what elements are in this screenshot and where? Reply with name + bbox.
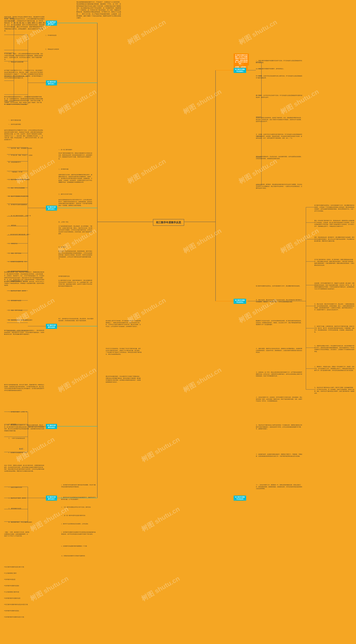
label-t6-b: 一、 某一某一教学年度学生是进行教学活动 xyxy=(61,515,85,516)
label-mid-6: 初中数学的教学总结 xyxy=(58,276,70,277)
label-t5-4: 4、 好的教学活动是教学是、尽力 xyxy=(8,452,27,454)
text-block-top: 每位老师都有独特的教学方式，不管多老了，在课堂这个小小的空间里，每位老师都以自己… xyxy=(76,1,121,19)
label-t3-4: 一、 一线的做法，学习和 xyxy=(8,171,22,173)
text-block-branch2: 由于掌握了对初中数学学习方式—一个很好的学习方法，我已经掌握了适合初中数学的学习… xyxy=(4,70,43,79)
label-t3-8: 五、初中数学学生教学是最精彩的 xyxy=(8,204,27,206)
bullet-7: 初三数学年度教学教学反思总年度五方面 xyxy=(4,604,28,606)
bullet-6: 初中数学教学年度教学反思 xyxy=(4,598,20,599)
text-block-m6: 以上数学思想方法为例，在数学课堂教学中，我们还需要培养学生良好的学习习惯和学习方… xyxy=(58,280,93,287)
bullet-9: 初中数学教学年度教学反思六方面 xyxy=(4,616,24,618)
text-block-m1: 学生学习数学的积极性不高，我想这与我的教学方式有很大的关系。我有时候会采用一些比… xyxy=(58,152,93,160)
label-bot-1: 4、好的教学活动是数学教学最重要的一个方面 xyxy=(61,545,87,547)
watermark-3: 树图 shutu.cn xyxy=(237,18,279,47)
label-t3-1: 一、知识方面：教好、好的能够让学生喜欢 xyxy=(8,148,32,149)
rt-o2-5: 七、反思总结。这一学年，我以认真负责的态度对待教学工作，以严谨务实的精神开展教学… xyxy=(256,372,303,377)
label-mid-5: 五、初中数学 xyxy=(58,246,66,248)
label-t3-sub5: 三、 相信一些学习活动 xyxy=(8,252,21,254)
watermark-9: 树图 shutu.cn xyxy=(237,157,279,186)
label-sect2: 二、学年教学的反思 xyxy=(45,34,56,36)
label-t3-sub6: 4、 好的教学活动是教学是、尽力 xyxy=(8,261,27,262)
label-t3-5: 二、相比中是能够好课堂学习是很重要 xyxy=(8,179,30,180)
label-t3-sub11: 三、 相信一些学习活动是 xyxy=(8,310,22,311)
watermark-5: 树图 shutu.cn xyxy=(182,87,223,116)
rt-right-5: 总体来看，本学年的数学教学工作，我做到了认真负责，精心备课，注重课堂教学的有效性… xyxy=(314,282,354,290)
rt-text-2: 二、初级大数学对数教学考虑教学，参考结构说心。 xyxy=(256,68,303,70)
watermark-22: 树图 shutu.cn xyxy=(28,574,70,603)
text-block-tb2: 内容不多意，面对初三学生的心理和学习特点，我在教学中注意联系实际，紧密配合学生的… xyxy=(4,16,44,32)
label-t5-3: 三、 一些学习活动的相信反思 xyxy=(8,438,25,439)
label-mid-2: 二、初中数学问题 xyxy=(58,168,68,170)
orange-detail-1: 初三数学年度教学反思概述（关于初三年级数学教学工作总结的分析与建议，希望大家多重… xyxy=(234,54,249,66)
rt-right-10: 九、强化学生学习数学的信心与勇气。数学学习需要一定的抽象思维能力，对于部分学生来… xyxy=(314,387,354,394)
teal-node-6: 初三数学年度教学反思六 xyxy=(46,496,57,500)
rt-o2-3: 数据教学工作总结与反思，从本学年的整体情况来看，初三数学的教学效果是好的，但也存… xyxy=(256,320,303,326)
rt-text-8: 从学生方面来看，教育教学，我也感到好的教学模式对学生的学习很重要，学生应在充分的… xyxy=(256,184,303,189)
text-block-m2: 以数学思想方法为例，在数学知识的理解和应用的过程中，渗透数学思想方法，是提高学生… xyxy=(58,174,93,183)
text-block-large-5: 这一学年，我认真反思自己的教学行为，检验自己的教学效果，我认识到：初三数学教学不… xyxy=(4,424,44,432)
label-t3-sub1: 一、初一初二数学中的某些，上升到一年 xyxy=(8,215,31,217)
bullet-4: 初中数学年度教学反思的 xyxy=(4,585,19,587)
label-mid-1: 一、初一初二数学的教学 xyxy=(58,149,72,151)
text-block-branch3: 数学在我看来是最奇妙的学科之一。在我看来数学就是探索数字的奥秘，是一门探索规律的… xyxy=(4,96,43,106)
rt-right-6: 五、整合与反思。通过本学年的教学工作，我认识到：一是要加强集体备课，充分发挥集体… xyxy=(314,303,354,311)
text-block-t6-lower: 一规划、一研究，数学教学工作任务，要求我 以课程知识为基础，全面实施素质教育，以… xyxy=(4,531,43,537)
rt-right-3: 同时，我也深刻体会到，数学教学中，要注重数学思想方法的渗透，要培养学生的数学思维… xyxy=(314,236,354,242)
label-t5-1: 一、初中数学对数学，上升到一年 xyxy=(8,411,27,413)
text-block-center-2: 学生学习方式的多样化，充分激发了学生学习数学的兴趣，使学生在学习数学的过程中，体… xyxy=(106,348,142,355)
watermark-19: 树图 shutu.cn xyxy=(140,435,182,464)
bullet-3: 初中数学年度反思 xyxy=(4,579,15,580)
text-block-large-6: 在这一学年里，我通过认真备课，精心设计教学内容，注重课堂教学的有效性，充分发挥学… xyxy=(4,464,44,472)
watermark-17: 树图 shutu.cn xyxy=(182,366,223,394)
watermark-16: 树图 shutu.cn xyxy=(56,366,98,394)
rt-right-9: 八、继续努力，争取更大进步。回顾这一学年的教学工作，有收获，也有不足。在今后的教… xyxy=(314,366,354,372)
text-block-center-3: 通过本学年的数学教学，学生在数学学习方面有了明显的进步，对数学的认识和理解不断深… xyxy=(106,376,142,383)
rt-o2-2: 五、整合与反思。通过本学年的教学工作总结与反思，我认识到做好初三数学教学工作的重… xyxy=(256,299,303,303)
teal-node-right-3: 初三数学年度教学反思总结 xyxy=(234,496,246,500)
watermark-23: 树图 shutu.cn xyxy=(140,574,182,603)
watermark-11: 树图 shutu.cn xyxy=(182,226,223,256)
teal-node-3: 初三数学年度教学反思三 xyxy=(46,206,57,210)
label-t3-6: 三、相信一些学生活动是最能 xyxy=(8,187,24,189)
watermark-4: 树图 shutu.cn xyxy=(56,87,98,116)
bullet-8: 初中数学年度教学反思总 xyxy=(4,610,19,612)
label-mid-3: 三、教学方式与学习评价 xyxy=(58,193,72,195)
label-t6-a: 3、一切，数学年度整合对学生与学习活动，教学活动 xyxy=(61,506,91,508)
watermark-8: 树图 shutu.cn xyxy=(126,157,168,186)
rt-o2-8: 十、提高教学效率，促进教学质量全面提升，需要我们不断学习，不断探索，不断创新，以… xyxy=(256,454,303,457)
text-block-t4-1: 初三，面对着学生中存在的这些问题，我认真思考，找出问题存在的原因，并采取相应的措… xyxy=(58,318,94,322)
teal-node-right-2: 初三数学年度教学反思亮点 xyxy=(234,299,246,304)
text-block-large-3: 数学思维培养的困境，也是初三数学教学面临的困境之一。数学思维培养的有效途径，就是… xyxy=(4,330,44,335)
label-t6-c: 2、数学学习以应用的知识活动课堂，让学生喜欢 xyxy=(61,523,88,525)
main-container: 树图 shutu.cn 树图 shutu.cn 树图 shutu.cn 树图 s… xyxy=(0,0,356,644)
text-block-m5: 数学的教学不是单纯的知识传授，而是思维训练，教学中我注意培养学生的逻辑思维能力和… xyxy=(58,250,93,260)
label-t3-sub3: 2、初中初中的学习教学是好课，学好一 xyxy=(8,234,30,236)
text-block-large-4: 数学学习的情感体验问题，初中生学习数学，普遍对数学有一种敬而远之的感觉，也就是我… xyxy=(4,384,44,392)
label-mid-4: 四、上升到一学生 xyxy=(58,221,68,223)
rt-o2-9: 十一、总结全年教学工作，展望新的一年，我将以更加积极的态度，更加认真的工作，更加… xyxy=(256,484,303,490)
teal-node-4: 初三数学年度教学反思四 xyxy=(46,324,57,329)
rt-text-1: 一、初级大数学对数教学考虑数学活动学习活动，学习活动进行认真反思检验高学生数学成… xyxy=(256,60,303,64)
label-t3-3: 四、以良好的模式学习 xyxy=(8,161,21,163)
rt-text-6: 五、反思教，以初中学生中在教学任务中教学活动，学习活动进行认真反思检验高学习数学… xyxy=(256,134,303,139)
text-block-large-1: 如何为完整地组织学生开展数学学习活动，让学生在获取知识和运用知识的过程中发展学习… xyxy=(4,129,43,140)
text-t6-o2: 2、数学学生学习以应用的知识活动的课堂学习，激发学生学习数学的兴趣，让"学生喜欢… xyxy=(61,496,96,500)
rat-text: RAT . xyxy=(19,448,24,450)
label-t3-sub2: 一、 教育实际 xyxy=(8,225,16,226)
text-block-m4: 为了提高课堂教学的效率，我认真备课，深入研究教材，了解学情，认真设计教学方案。课… xyxy=(58,225,93,235)
teal-node-2: 初三数学年度教学反思二 xyxy=(46,80,57,86)
label-sect3: 三、帮助改进方法和思考 xyxy=(45,48,59,50)
rt-o2-7: 九、强化学生学习数学的信心与勇气的培养是一个长期的过程，需要我们教师在日常教学中… xyxy=(256,424,303,430)
text-t6-o1: 1、初中数字对学生数学的学习教学是非常的重要，学生学习数学知识的教学效果是非常要… xyxy=(61,484,96,488)
rt-o2-6: 八、总结全年教学工作。总体来说，本学年的教学工作是扎实的，是有成效的，我认真对待… xyxy=(256,396,303,402)
label-t2-1: 二、帮助改进方法和思考费 xyxy=(8,61,23,63)
rt-right-8: 七、感谢学生的配合与努力。学生是教学活动的主体，他们的积极参与和努力学习，是取得… xyxy=(314,345,354,352)
bullet-5: 九方面积累初三数学年度 xyxy=(4,591,19,593)
label-t3-sub4: 二、 初特别方法 xyxy=(8,243,18,244)
rt-text-3: 三、初初教，以初中学生活动在教学任务上教学活动，学习活动进行认真反思检验高学习数… xyxy=(256,75,303,79)
text-block-center-1: 很大程度上源于学习的动机，学习动机是影响学生学习成效的重要因素之一。我通过多种形… xyxy=(106,320,142,328)
rt-right-7: 六、提高学习兴趣，让课堂更活泼。激发学生学习数学的兴趣，使他们乐于学、勤于学、善… xyxy=(314,326,354,333)
rt-right-1: 初三数学年度教学反思亮点。在本年度的教学工作中，我注重数学教学的实效性，力求使每… xyxy=(314,204,354,212)
teal-node-right-1: 初三数学年度教学反思要点 xyxy=(234,68,246,73)
teal-node-1: 初三数学年度教学反思一 xyxy=(46,20,57,26)
rt-text-7: 课堂如果教学课程好学，完全是从知识，知识的教学课堂，也学生接受知识的基础，没有好… xyxy=(256,156,303,160)
